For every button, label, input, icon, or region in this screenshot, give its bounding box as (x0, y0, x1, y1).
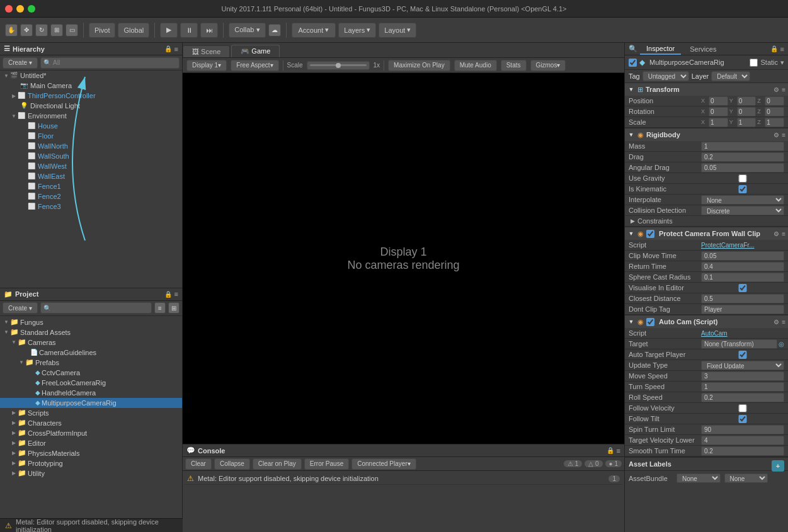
project-menu-icon[interactable]: ≡ (174, 290, 178, 298)
proj-item-multipurpose[interactable]: ◆ MultipurposeCameraRig (0, 398, 182, 408)
play-button[interactable]: ▶ (160, 23, 178, 38)
object-enabled-checkbox[interactable] (629, 59, 637, 67)
pos-z-input[interactable] (765, 96, 784, 106)
layout-button[interactable]: Layout ▾ (379, 23, 416, 38)
rot-x-input[interactable] (709, 107, 728, 116)
maximize-btn[interactable]: Maximize On Play (388, 60, 450, 71)
console-connected-player-btn[interactable]: Connected Player ▾ (351, 458, 416, 470)
rect-tool-icon[interactable]: ▭ (66, 24, 78, 37)
hierarchy-content[interactable]: ▼ 🎬 Untitled* 📷 Main Camera ▶ ⬜ ThirdPer… (0, 71, 182, 288)
move-speed-input[interactable] (701, 371, 784, 381)
proj-item-prefabs[interactable]: ▼ 📁 Prefabs (0, 358, 182, 368)
layer-select[interactable]: Default (711, 71, 750, 81)
hand-tool-icon[interactable]: ✋ (5, 24, 18, 37)
tab-scene[interactable]: 🖼 Scene (183, 45, 230, 57)
scale-y-input[interactable] (737, 118, 757, 127)
console-collapse-btn[interactable]: Collapse (214, 458, 250, 470)
pos-x-input[interactable] (709, 96, 728, 106)
hier-item-wallnorth[interactable]: ⬜ WallNorth (0, 141, 182, 151)
hier-item-fence1[interactable]: ⬜ Fence1 (0, 181, 182, 191)
minimize-button[interactable] (16, 5, 24, 13)
target-velocity-lower-input[interactable] (701, 436, 784, 445)
display-dropdown[interactable]: Display 1 ▾ (186, 60, 227, 71)
hier-item-wallsouth[interactable]: ⬜ WallSouth (0, 151, 182, 161)
console-clear-btn[interactable]: Clear (185, 458, 212, 470)
proj-item-prototyping[interactable]: ▶ 📁 Prototyping (0, 458, 182, 468)
use-gravity-checkbox[interactable] (701, 174, 784, 183)
hier-item-fence2[interactable]: ⬜ Fence2 (0, 191, 182, 201)
protect-camera-enabled[interactable] (646, 230, 654, 238)
update-type-select[interactable]: Fixed Update (701, 361, 784, 370)
collision-detection-select[interactable]: Discrete (701, 206, 784, 215)
turn-speed-input[interactable] (701, 382, 784, 392)
rotate-tool-icon[interactable]: ↻ (35, 24, 48, 37)
close-button[interactable] (5, 5, 13, 13)
target-input[interactable] (701, 339, 777, 349)
target-pick-icon[interactable]: ◎ (779, 341, 784, 348)
auto-cam-menu-icon[interactable]: ≡ (782, 319, 785, 325)
console-error-pause-btn[interactable]: Error Pause (304, 458, 349, 470)
auto-target-player-checkbox[interactable] (701, 351, 784, 359)
console-message-1[interactable]: ⚠ Metal: Editor support disabled, skippi… (185, 473, 622, 485)
hier-item-fence3[interactable]: ⬜ Fence3 (0, 201, 182, 212)
proj-item-fungus[interactable]: ▼ 📁 Fungus (0, 317, 182, 327)
protect-camera-menu-icon[interactable]: ≡ (782, 230, 785, 237)
hier-item-wallwest[interactable]: ⬜ WallWest (0, 161, 182, 171)
scale-z-input[interactable] (765, 118, 784, 127)
move-tool-icon[interactable]: ✥ (20, 24, 33, 37)
follow-tilt-checkbox[interactable] (701, 415, 784, 423)
static-checkbox[interactable] (750, 59, 758, 67)
project-content[interactable]: ▼ 📁 Fungus ▼ 📁 Standard Assets ▼ 📁 Camer… (0, 316, 182, 519)
hier-item-directional-light[interactable]: 💡 Directional Light (0, 101, 182, 111)
protect-script-link[interactable]: ProtectCameraFr... (701, 242, 784, 249)
protect-camera-settings-icon[interactable]: ⚙ (774, 230, 779, 237)
hier-item-floor[interactable]: ⬜ Floor (0, 131, 182, 141)
closest-distance-input[interactable] (701, 294, 784, 303)
angular-drag-input[interactable] (701, 163, 784, 173)
hier-item-main-camera[interactable]: 📷 Main Camera (0, 81, 182, 91)
hier-item-house[interactable]: ⬜ House (0, 121, 182, 131)
pivot-button[interactable]: Pivot (89, 23, 115, 38)
proj-item-scripts[interactable]: ▶ 📁 Scripts (0, 408, 182, 418)
return-time-input[interactable] (701, 262, 784, 271)
hierarchy-search-box[interactable]: 🔍 All (40, 57, 180, 69)
stats-btn[interactable]: Stats (501, 60, 527, 71)
roll-speed-input[interactable] (701, 393, 784, 402)
rigidbody-menu-icon[interactable]: ≡ (782, 132, 785, 139)
asset-bundle-select-2[interactable]: None (724, 473, 768, 483)
proj-item-editor[interactable]: ▶ 📁 Editor (0, 438, 182, 448)
pos-y-input[interactable] (737, 96, 757, 106)
is-kinematic-checkbox[interactable] (701, 185, 784, 193)
protect-camera-header[interactable]: ▼ ◉ Protect Camera From Wall Clip ⚙ ≡ (625, 227, 788, 240)
dont-clip-tag-input[interactable] (701, 305, 784, 314)
console-menu-icon[interactable]: ≡ (617, 447, 620, 455)
account-button[interactable]: Account ▾ (292, 23, 336, 38)
scale-tool-icon[interactable]: ⊞ (50, 24, 63, 37)
auto-cam-script-link[interactable]: AutoCam (701, 330, 784, 337)
maximize-button[interactable] (28, 5, 35, 13)
global-button[interactable]: Global (118, 23, 149, 38)
hierarchy-menu-icon[interactable]: ≡ (174, 45, 178, 53)
proj-item-freelook[interactable]: ◆ FreeLookCameraRig (0, 378, 182, 388)
mute-audio-btn[interactable]: Mute Audio (454, 60, 497, 71)
drag-input[interactable] (701, 152, 784, 162)
project-search-box[interactable]: 🔍 (40, 302, 152, 314)
transform-menu-icon[interactable]: ≡ (782, 86, 785, 93)
step-button[interactable]: ⏭ (200, 23, 218, 38)
auto-cam-enabled[interactable] (646, 318, 654, 326)
asset-bundle-select-1[interactable]: None (677, 473, 721, 483)
auto-cam-settings-icon[interactable]: ⚙ (774, 319, 779, 325)
project-create-button[interactable]: Create ▾ (3, 302, 38, 314)
proj-item-standard-assets[interactable]: ▼ 📁 Standard Assets (0, 327, 182, 337)
scale-slider[interactable] (307, 61, 370, 70)
proj-item-physicsmaterials[interactable]: ▶ 📁 PhysicsMaterials (0, 448, 182, 458)
hier-item-untitled[interactable]: ▼ 🎬 Untitled* (0, 71, 182, 81)
asset-labels-add-icon[interactable]: + (772, 460, 784, 472)
inspector-menu-icon[interactable]: ≡ (780, 45, 784, 53)
pause-button[interactable]: ⏸ (180, 23, 198, 38)
transform-settings-icon[interactable]: ⚙ (774, 86, 779, 93)
interpolate-select[interactable]: None (701, 195, 784, 205)
rigidbody-header[interactable]: ▼ ◉ Rigidbody ⚙ ≡ (625, 128, 788, 141)
proj-item-utility[interactable]: ▶ 📁 Utility (0, 468, 182, 478)
hierarchy-create-button[interactable]: Create ▾ (3, 57, 38, 69)
